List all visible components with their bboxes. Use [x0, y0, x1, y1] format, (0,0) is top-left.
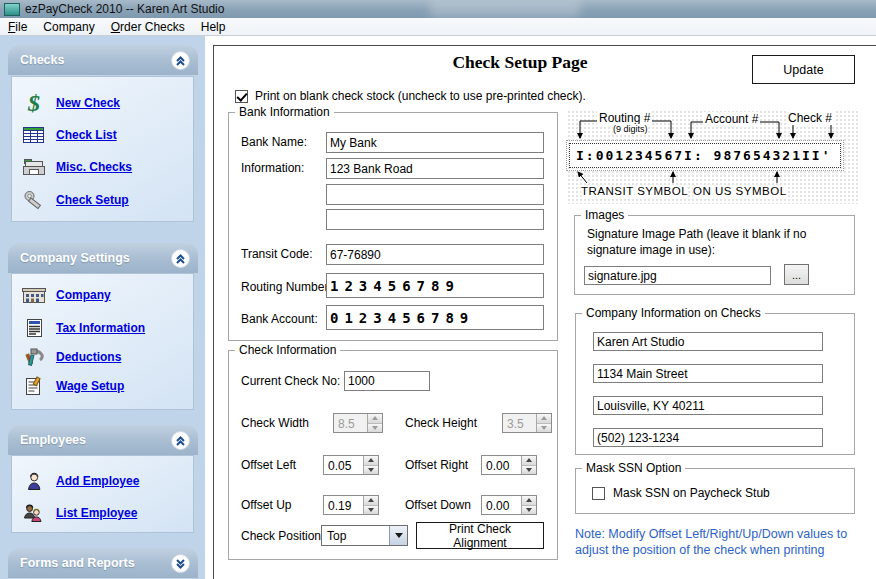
- group-title: Check Information: [235, 343, 340, 357]
- spin-up-icon[interactable]: [522, 496, 536, 506]
- micr-diagram: Routing # (9 digits) Account # Check # I…: [567, 110, 859, 204]
- section-panel-checks: $ New Check Check List: [11, 76, 194, 222]
- spin-down-icon[interactable]: [522, 506, 536, 515]
- tools-icon: [12, 347, 56, 367]
- account-number-callout: Account #: [703, 112, 760, 126]
- spin-down-icon[interactable]: [364, 506, 378, 515]
- page-title: Check Setup Page: [355, 52, 685, 73]
- signature-path-input[interactable]: [584, 266, 771, 285]
- bank-info-line2-input[interactable]: [326, 184, 544, 205]
- section-title: Employees: [20, 433, 86, 447]
- check-position-select[interactable]: Top: [321, 525, 408, 546]
- spin-up-icon: [368, 414, 382, 424]
- sidebar-item-misc-checks[interactable]: Misc. Checks: [12, 152, 193, 182]
- images-group: Images Signature Image Path (leave it bl…: [574, 215, 855, 295]
- routing-number-label: Routing Number:: [241, 280, 332, 294]
- blank-stock-checkbox[interactable]: [235, 90, 248, 103]
- sidebar-item-list-employee[interactable]: List Employee: [12, 498, 193, 528]
- tax-form-icon: [12, 318, 56, 338]
- bank-info-line3-input[interactable]: [326, 209, 544, 230]
- section-header-forms-reports[interactable]: Forms and Reports: [8, 548, 198, 578]
- on-us-symbol-label: ON US SYMBOL: [693, 185, 787, 197]
- sidebar-item-label[interactable]: List Employee: [56, 506, 137, 520]
- routing-number-callout: Routing #: [597, 111, 652, 125]
- company-phone-input[interactable]: [593, 428, 823, 447]
- print-check-alignment-button[interactable]: Print Check Alignment: [416, 522, 544, 549]
- routing-number-input[interactable]: [326, 273, 544, 298]
- mask-ssn-label: Mask SSN on Paycheck Stub: [613, 486, 770, 500]
- routing-digits-callout: (9 digits): [613, 124, 648, 134]
- check-width-label: Check Width: [241, 416, 309, 430]
- current-check-no-input[interactable]: [344, 371, 430, 391]
- blank-stock-label: Print on blank check stock (uncheck to u…: [255, 89, 586, 103]
- spin-down-icon[interactable]: [522, 466, 536, 475]
- chevron-down-icon[interactable]: [389, 526, 407, 545]
- sidebar-item-tax-information[interactable]: Tax Information: [12, 313, 193, 343]
- sidebar-item-check-list[interactable]: Check List: [12, 120, 193, 150]
- menu-company[interactable]: Company: [43, 20, 94, 34]
- company-name-input[interactable]: [593, 332, 823, 351]
- menu-order-checks[interactable]: Order Checks: [111, 20, 185, 34]
- chevron-up-icon[interactable]: [171, 431, 190, 450]
- main-content: Check Setup Page Update Print on blank c…: [205, 36, 876, 579]
- spinner-value: 3.5: [503, 414, 536, 432]
- spin-up-icon: [537, 414, 551, 424]
- bank-name-input[interactable]: [326, 132, 544, 153]
- company-street-input[interactable]: [593, 364, 823, 383]
- mask-ssn-checkbox[interactable]: [592, 487, 605, 500]
- chevron-up-icon[interactable]: [171, 51, 190, 70]
- mask-ssn-group: Mask SSN Option Mask SSN on Paycheck Stu…: [575, 468, 855, 514]
- offset-right-spinner[interactable]: 0.00: [481, 455, 537, 475]
- section-header-company-settings[interactable]: Company Settings: [8, 243, 198, 273]
- browse-button[interactable]: ...: [784, 264, 809, 285]
- menu-help[interactable]: Help: [201, 20, 226, 34]
- menu-bar: File Company Order Checks Help: [0, 18, 876, 36]
- sidebar-item-label[interactable]: Tax Information: [56, 321, 145, 335]
- bank-info-line1-input[interactable]: [326, 158, 544, 179]
- combo-value: Top: [322, 526, 389, 545]
- sidebar-item-company[interactable]: Company: [12, 280, 193, 310]
- spin-up-icon[interactable]: [364, 496, 378, 506]
- building-icon: [12, 285, 56, 305]
- section-header-checks[interactable]: Checks: [8, 45, 198, 75]
- sidebar-item-label[interactable]: Add Employee: [56, 474, 139, 488]
- app-icon: [4, 3, 20, 16]
- offset-up-spinner[interactable]: 0.19: [323, 495, 379, 515]
- sidebar-item-label[interactable]: New Check: [56, 96, 120, 110]
- chevron-down-icon[interactable]: [171, 554, 190, 573]
- offset-left-spinner[interactable]: 0.05: [323, 455, 379, 475]
- section-panel-company-settings: Company Tax Information Ded: [11, 273, 194, 410]
- sidebar-item-label[interactable]: Deductions: [56, 350, 121, 364]
- sidebar-item-label[interactable]: Company: [56, 288, 111, 302]
- spin-up-icon[interactable]: [364, 456, 378, 466]
- chevron-up-icon[interactable]: [171, 249, 190, 268]
- spin-down-icon[interactable]: [364, 466, 378, 475]
- sidebar-item-label[interactable]: Check Setup: [56, 193, 129, 207]
- sidebar-item-check-setup[interactable]: Check Setup: [12, 185, 193, 215]
- table-icon: [12, 125, 56, 145]
- sidebar-item-label[interactable]: Wage Setup: [56, 379, 124, 393]
- dollar-icon: $: [12, 93, 56, 113]
- title-bar[interactable]: ezPayCheck 2010 -- Karen Art Studio: [0, 0, 876, 18]
- update-button[interactable]: Update: [752, 55, 855, 84]
- sidebar-item-wage-setup[interactable]: Wage Setup: [12, 371, 193, 401]
- offset-left-label: Offset Left: [241, 458, 296, 472]
- sidebar-item-add-employee[interactable]: Add Employee: [12, 466, 193, 496]
- section-header-employees[interactable]: Employees: [8, 425, 198, 455]
- sidebar-item-deductions[interactable]: Deductions: [12, 342, 193, 372]
- section-panel-employees: Add Employee List Employee: [11, 455, 194, 533]
- spin-up-icon[interactable]: [522, 456, 536, 466]
- sidebar-item-new-check[interactable]: $ New Check: [12, 88, 193, 118]
- transit-code-input[interactable]: [326, 244, 544, 265]
- menu-file[interactable]: File: [8, 20, 27, 34]
- offset-down-spinner[interactable]: 0.00: [481, 495, 537, 515]
- blank-stock-row: Print on blank check stock (uncheck to u…: [235, 89, 586, 103]
- sidebar-item-label[interactable]: Misc. Checks: [56, 160, 132, 174]
- bank-account-input[interactable]: [326, 305, 544, 330]
- people-icon: [12, 503, 56, 523]
- sidebar-item-label[interactable]: Check List: [56, 128, 117, 142]
- check-width-spinner: 8.5: [333, 413, 383, 433]
- bank-account-label: Bank Account:: [241, 312, 318, 326]
- section-title: Checks: [20, 53, 64, 67]
- company-city-input[interactable]: [593, 396, 823, 415]
